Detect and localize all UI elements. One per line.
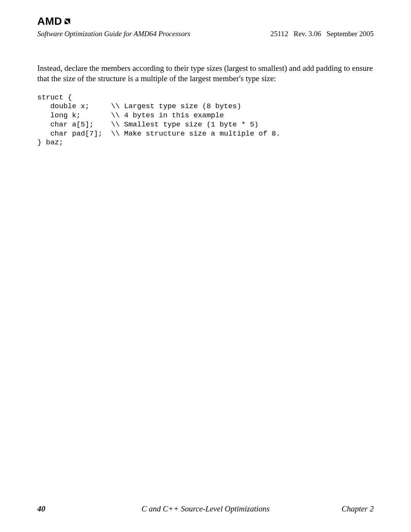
code-block: struct { double x; \\ Largest type size … (37, 93, 374, 148)
body-paragraph: Instead, declare the members according t… (37, 63, 374, 84)
amd-arrow-icon (63, 17, 72, 26)
amd-logo-text: AMD (37, 15, 62, 27)
footer: 40 C and C++ Source-Level Optimizations … (37, 504, 374, 514)
header-logo-row: AMD (37, 15, 374, 27)
page-number: 40 (37, 504, 45, 514)
document-meta: 25112 Rev. 3.06 September 2005 (271, 30, 374, 38)
footer-chapter: Chapter 2 (341, 504, 374, 514)
footer-center-title: C and C++ Source-Level Optimizations (142, 504, 270, 514)
document-title: Software Optimization Guide for AMD64 Pr… (37, 30, 190, 38)
amd-logo: AMD (37, 15, 72, 27)
page: AMD Software Optimization Guide for AMD6… (0, 0, 411, 532)
header-meta-row: Software Optimization Guide for AMD64 Pr… (37, 30, 374, 38)
